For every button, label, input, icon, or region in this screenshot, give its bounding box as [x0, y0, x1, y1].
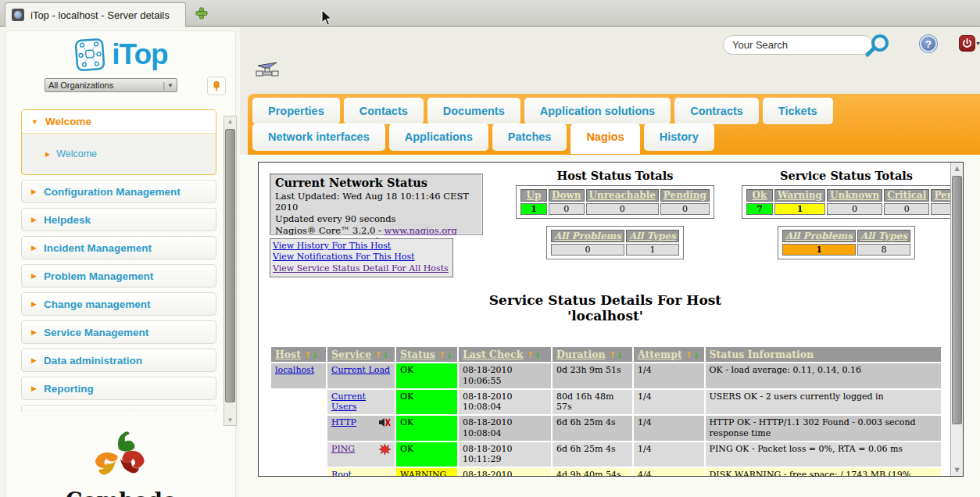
table-row: HTTP OK 08-18-2010 10:08:04 6d 6h 25m 4s… — [271, 416, 941, 441]
table-row: localhost Current Load OK 08-18-2010 10:… — [271, 363, 941, 388]
view-notifications-link[interactable]: View Notifications For This Host — [273, 252, 449, 263]
logout-button[interactable] — [959, 35, 975, 52]
new-tab-button[interactable] — [195, 7, 208, 20]
sidebar-scrollbar[interactable]: ▲ ▼ — [224, 116, 237, 426]
tab-properties[interactable]: Properties — [252, 98, 340, 124]
tab-contacts[interactable]: Contacts — [344, 98, 424, 124]
last-check-cell: 08-18-2010 10:08:04 — [459, 390, 551, 415]
sidebar-item-change-management[interactable]: ▶ Change management — [21, 292, 216, 316]
service-link[interactable]: Current Users — [331, 392, 366, 413]
host-down-count: 0 — [549, 203, 584, 215]
host-status-totals: Host Status Totals Up Down Unreachable P… — [493, 169, 737, 263]
scroll-up-icon[interactable]: ▲ — [951, 165, 963, 172]
duration-cell: 4d 9h 40m 54s — [553, 468, 632, 477]
sidebar: iTop All Organizations | ▼ ▼ Welcome — [0, 27, 240, 497]
sort-desc-icon[interactable]: ↓ — [534, 350, 541, 360]
scroll-down-icon[interactable]: ▼ — [224, 417, 236, 424]
tab-documents[interactable]: Documents — [427, 98, 520, 124]
table-row: Current Users OK 08-18-2010 10:08:04 80d… — [271, 390, 941, 415]
service-all-problems-count: 1 — [782, 244, 856, 256]
sidebar-scrollbar-thumb[interactable] — [225, 129, 235, 402]
host-link[interactable]: localhost — [275, 365, 314, 375]
sort-asc-icon[interactable]: ↑ — [304, 350, 311, 360]
last-check-cell: 08-18-2010 10:09:16 — [459, 468, 551, 477]
browser-tab[interactable]: iTop - localhost - Server details — [5, 2, 186, 27]
sidebar-item-configuration-management[interactable]: ▶ Configuration Management — [21, 180, 216, 203]
question-mark-icon: ? — [925, 38, 932, 50]
service-link[interactable]: HTTP — [331, 417, 356, 428]
chevron-collapsed-icon: ▶ — [31, 384, 37, 392]
sort-asc-icon[interactable]: ↑ — [685, 350, 692, 360]
sidebar-item-welcome[interactable]: ▶ Welcome — [22, 134, 216, 174]
status-info-cell: OK - load average: 0.11, 0.14, 0.16 — [706, 363, 941, 388]
service-status-table: Host ↑↓ Service ↑↓ Status ↑↓ Last Check … — [270, 345, 942, 477]
sub-arrow-icon: ▶ — [45, 151, 50, 158]
search-input[interactable] — [723, 35, 873, 55]
status-info-cell: HTTP OK - HTTP/1.1 302 Found - 0.003 sec… — [706, 416, 941, 441]
logout-menu-caret-icon[interactable]: ▼ — [975, 41, 980, 46]
tab-nagios[interactable]: Nagios — [570, 123, 639, 154]
sort-desc-icon[interactable]: ↓ — [382, 350, 389, 360]
status-badge: OK — [396, 416, 457, 441]
sort-asc-icon[interactable]: ↑ — [609, 350, 616, 360]
view-history-link[interactable]: View History For This Host — [273, 241, 449, 252]
sort-desc-icon[interactable]: ↓ — [616, 350, 623, 360]
sidebar-item-reporting[interactable]: ▶ Reporting — [21, 377, 216, 400]
col-header-attempt: Attempt ↑↓ — [634, 347, 704, 362]
host-all-problems-count: 0 — [551, 244, 624, 256]
tab-history[interactable]: History — [644, 123, 714, 151]
sidebar-item-data-administration[interactable]: ▶ Data administration — [21, 349, 216, 372]
sidebar-item-incident-management[interactable]: ▶ Incident Management — [21, 236, 216, 259]
organization-select-value: All Organizations — [48, 80, 163, 90]
sidebar-item-helpdesk[interactable]: ▶ Helpdesk — [21, 208, 216, 231]
plus-icon — [195, 7, 208, 20]
duration-cell: 80d 16h 48m 57s — [553, 390, 632, 415]
menu-group-welcome-header[interactable]: ▼ Welcome — [22, 110, 216, 134]
view-service-status-link[interactable]: View Service Status Detail For All Hosts — [273, 263, 449, 274]
host-totals-header-down: Down — [549, 189, 584, 202]
service-totals-header-critical: Critical — [884, 189, 929, 202]
organization-select[interactable]: All Organizations | ▼ — [45, 78, 177, 92]
itop-favicon-icon — [12, 9, 24, 21]
network-status-title: Current Network Status — [275, 176, 477, 191]
search-icon[interactable] — [864, 33, 892, 63]
tab-patches[interactable]: Patches — [492, 123, 567, 151]
attempt-cell: 1/4 — [634, 416, 704, 441]
service-status-totals-title: Service Status Totals — [742, 169, 951, 182]
sort-asc-icon[interactable]: ↑ — [375, 350, 382, 360]
sort-desc-icon[interactable]: ↓ — [692, 350, 699, 360]
sidebar-panel: iTop All Organizations | ▼ ▼ Welcome — [5, 30, 236, 497]
content-scrollbar-thumb[interactable] — [952, 176, 962, 424]
sort-asc-icon[interactable]: ↑ — [438, 350, 445, 360]
status-badge: OK — [396, 363, 457, 388]
service-all-types-count: 8 — [857, 244, 910, 256]
nagios-core-line: Nagios® Core™ 3.2.0 - www.nagios.org — [275, 225, 477, 237]
scroll-down-icon[interactable]: ▼ — [951, 467, 963, 474]
sort-desc-icon[interactable]: ↓ — [445, 350, 452, 360]
tab-applications[interactable]: Applications — [389, 123, 488, 151]
help-button[interactable]: ? — [920, 35, 937, 52]
sidebar-item-service-management[interactable]: ▶ Service Management — [21, 320, 216, 344]
content-scrollbar[interactable]: ▲ ▼ — [950, 163, 963, 476]
sidebar-item-partial[interactable] — [21, 405, 216, 412]
nagios-org-link[interactable]: www.nagios.org — [384, 225, 457, 236]
host-pending-count: 0 — [660, 203, 710, 215]
tab-contracts[interactable]: Contracts — [674, 98, 759, 124]
service-critical-count: 0 — [884, 203, 929, 215]
pin-menu-button[interactable] — [207, 77, 226, 95]
status-badge: WARNING — [396, 468, 457, 477]
duration-cell: 6d 6h 25m 4s — [553, 442, 632, 467]
sort-desc-icon[interactable]: ↓ — [312, 350, 319, 360]
service-link[interactable]: Root Partition — [331, 470, 369, 477]
sort-asc-icon[interactable]: ↑ — [527, 350, 534, 360]
service-totals-header-ok: Ok — [746, 189, 773, 202]
sidebar-item-problem-management[interactable]: ▶ Problem Management — [21, 264, 216, 288]
tab-network-interfaces[interactable]: Network interfaces — [252, 123, 385, 151]
scroll-up-icon[interactable]: ▲ — [224, 118, 236, 125]
service-link[interactable]: Current Load — [331, 365, 390, 375]
menu-group-welcome: ▼ Welcome ▶ Welcome — [21, 109, 216, 175]
tab-application-solutions[interactable]: Application solutions — [524, 98, 671, 124]
service-link[interactable]: PING — [331, 444, 355, 455]
tab-tickets[interactable]: Tickets — [763, 98, 833, 124]
chevron-collapsed-icon: ▶ — [31, 216, 37, 223]
